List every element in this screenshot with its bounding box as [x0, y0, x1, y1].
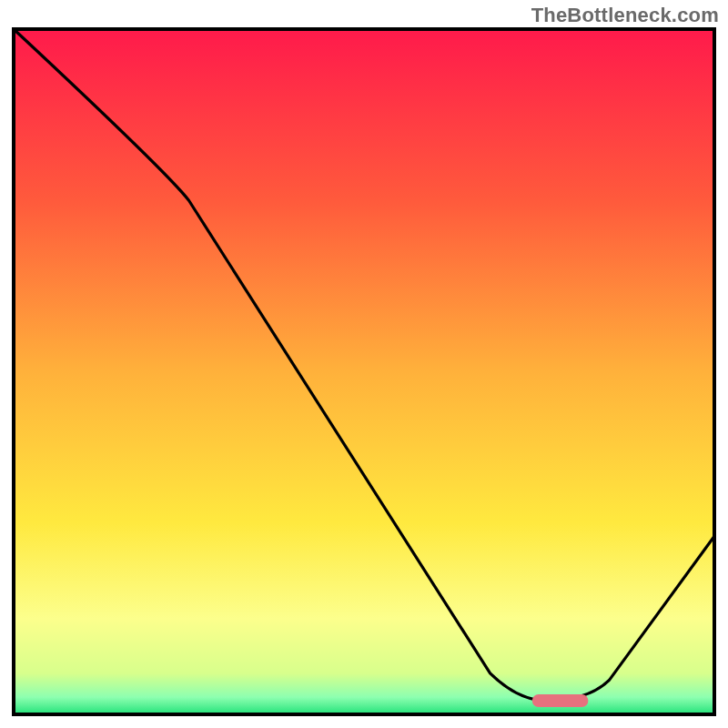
chart-container: TheBottleneck.com — [0, 0, 728, 728]
chart-background — [14, 29, 714, 714]
watermark-text: TheBottleneck.com — [531, 4, 719, 27]
bottleneck-chart — [0, 0, 728, 728]
optimal-marker — [532, 694, 589, 707]
